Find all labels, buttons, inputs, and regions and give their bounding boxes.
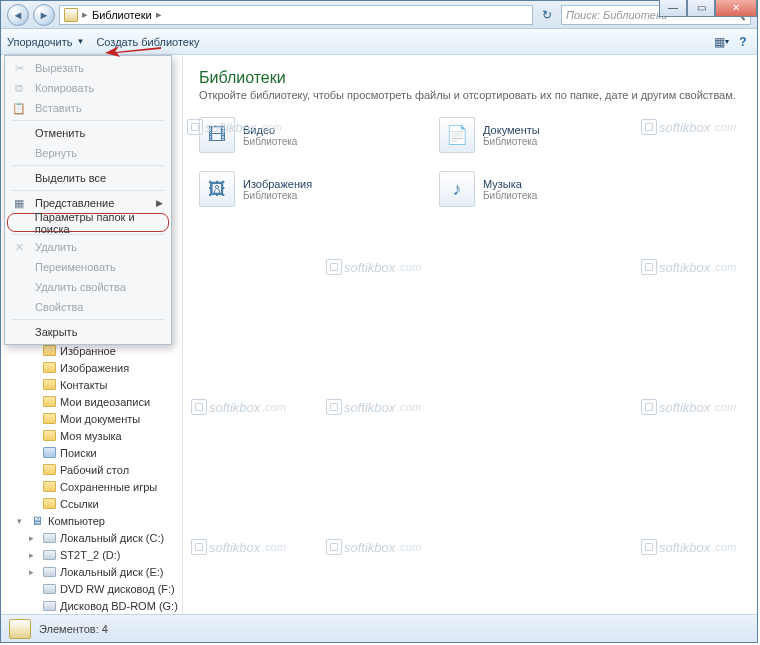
- tree-node-label: Моя музыка: [60, 430, 122, 442]
- folder-icon: [42, 344, 56, 358]
- menu-item-label: Переименовать: [35, 261, 116, 273]
- breadcrumb[interactable]: ▸ Библиотеки ▸: [59, 5, 533, 25]
- close-button[interactable]: ✕: [715, 0, 757, 17]
- tree-node[interactable]: ▾🖥Компьютер: [7, 512, 182, 529]
- menu-item-label: Параметры папок и поиска: [35, 211, 162, 235]
- folder-icon: [42, 429, 56, 443]
- blank-icon: [12, 215, 27, 231]
- documents-icon: 📄: [439, 117, 475, 153]
- view-icon: ▦: [714, 35, 725, 49]
- tree-node-label: Избранное: [60, 345, 116, 357]
- menu-item-redo: Вернуть: [5, 143, 171, 163]
- blank-icon: [11, 279, 27, 295]
- menu-separator: [11, 120, 165, 121]
- tree-node[interactable]: Мои видеозаписи: [7, 393, 182, 410]
- libraries-icon: [64, 8, 78, 22]
- view-options-button[interactable]: ▦ ▾: [713, 34, 729, 50]
- tree-node[interactable]: Ссылки: [7, 495, 182, 512]
- tree-node[interactable]: Сохраненные игры: [7, 478, 182, 495]
- page-title: Библиотеки: [199, 69, 741, 87]
- blank-icon: [11, 145, 27, 161]
- refresh-button[interactable]: ↻: [537, 5, 557, 25]
- library-name: Изображения: [243, 178, 312, 190]
- tree-node-label: Компьютер: [48, 515, 105, 527]
- library-name: Музыка: [483, 178, 537, 190]
- chevron-down-icon: ▾: [725, 37, 729, 46]
- drive-icon: [42, 548, 56, 562]
- tree-node-label: Локальный диск (C:): [60, 532, 164, 544]
- nav-forward-button[interactable]: ►: [33, 4, 55, 26]
- pictures-icon: 🖼: [199, 171, 235, 207]
- tree-node-label: Контакты: [60, 379, 108, 391]
- tree-node[interactable]: Поиски: [7, 444, 182, 461]
- menu-item-delete: ✕Удалить: [5, 237, 171, 257]
- menu-item-removeprops: Удалить свойства: [5, 277, 171, 297]
- tree-twist-icon: ▸: [29, 533, 38, 543]
- folder-icon: [42, 361, 56, 375]
- chevron-right-icon: ▶: [156, 198, 163, 208]
- menu-item-label: Свойства: [35, 301, 83, 313]
- content-pane: Библиотеки Откройте библиотеку, чтобы пр…: [183, 55, 757, 614]
- nav-back-button[interactable]: ◄: [7, 4, 29, 26]
- copy-icon: ⧉: [11, 80, 27, 96]
- library-item-pictures[interactable]: 🖼ИзображенияБиблиотека: [199, 171, 399, 207]
- menu-separator: [11, 190, 165, 191]
- help-button[interactable]: ?: [735, 34, 751, 50]
- library-item-videos[interactable]: 🎞ВидеоБиблиотека: [199, 117, 399, 153]
- menu-item-label: Копировать: [35, 82, 94, 94]
- blank-icon: [11, 324, 27, 340]
- tree-twist-icon: ▸: [29, 567, 38, 577]
- tree-node-label: Поиски: [60, 447, 97, 459]
- tree-node[interactable]: ▸Локальный диск (E:): [7, 563, 182, 580]
- menu-item-label: Удалить: [35, 241, 77, 253]
- folder-icon: [42, 463, 56, 477]
- breadcrumb-sep-icon: ▸: [82, 8, 88, 21]
- minimize-button[interactable]: —: [659, 0, 687, 17]
- library-type: Библиотека: [243, 190, 312, 201]
- library-item-music[interactable]: ♪МузыкаБиблиотека: [439, 171, 639, 207]
- tree-twist-icon: ▾: [17, 516, 26, 526]
- page-subtitle: Откройте библиотеку, чтобы просмотреть ф…: [199, 89, 741, 101]
- tree-node[interactable]: Дисковод BD-ROM (G:): [7, 597, 182, 614]
- tree-node[interactable]: Рабочий стол: [7, 461, 182, 478]
- blank-icon: [11, 125, 27, 141]
- menu-separator: [11, 319, 165, 320]
- blank-icon: [11, 259, 27, 275]
- tree-node[interactable]: DVD RW дисковод (F:): [7, 580, 182, 597]
- organize-button[interactable]: Упорядочить ▼: [7, 36, 84, 48]
- library-type: Библиотека: [483, 136, 540, 147]
- blank-icon: [11, 170, 27, 186]
- tree-node[interactable]: ▸ST2T_2 (D:): [7, 546, 182, 563]
- maximize-button[interactable]: ▭: [687, 0, 715, 17]
- delete-icon: ✕: [11, 239, 27, 255]
- menu-item-undo[interactable]: Отменить: [5, 123, 171, 143]
- organize-menu: ✂Вырезать⧉Копировать📋ВставитьОтменитьВер…: [4, 55, 172, 345]
- tree-node[interactable]: Мои документы: [7, 410, 182, 427]
- blank-icon: [11, 299, 27, 315]
- status-text: Элементов: 4: [39, 623, 108, 635]
- tree-node[interactable]: Контакты: [7, 376, 182, 393]
- menu-item-selectall[interactable]: Выделить все: [5, 168, 171, 188]
- create-library-label: Создать библиотеку: [96, 36, 199, 48]
- library-item-documents[interactable]: 📄ДокументыБиблиотека: [439, 117, 639, 153]
- titlebar: ◄ ► ▸ Библиотеки ▸ ↻ Поиск: Библиотеки 🔍: [1, 1, 757, 29]
- menu-item-label: Вернуть: [35, 147, 77, 159]
- tree-node[interactable]: ▸Локальный диск (C:): [7, 529, 182, 546]
- help-icon: ?: [739, 35, 746, 49]
- create-library-button[interactable]: Создать библиотеку: [96, 36, 199, 48]
- computer-icon: 🖥: [30, 514, 44, 528]
- folder-icon: [42, 446, 56, 460]
- tree-node[interactable]: Изображения: [7, 359, 182, 376]
- toolbar: Упорядочить ▼ Создать библиотеку ▦ ▾ ?: [1, 29, 757, 55]
- folder-icon: [42, 480, 56, 494]
- folder-icon: [42, 378, 56, 392]
- menu-item-folderopts[interactable]: Параметры папок и поиска: [7, 213, 169, 232]
- menu-item-close[interactable]: Закрыть: [5, 322, 171, 342]
- menu-item-label: Вырезать: [35, 62, 84, 74]
- videos-icon: 🎞: [199, 117, 235, 153]
- breadcrumb-segment[interactable]: Библиотеки: [92, 9, 152, 21]
- tree-node[interactable]: Моя музыка: [7, 427, 182, 444]
- menu-separator: [11, 165, 165, 166]
- tree-node-label: Дисковод BD-ROM (G:): [60, 600, 178, 612]
- window-controls: — ▭ ✕: [659, 0, 757, 17]
